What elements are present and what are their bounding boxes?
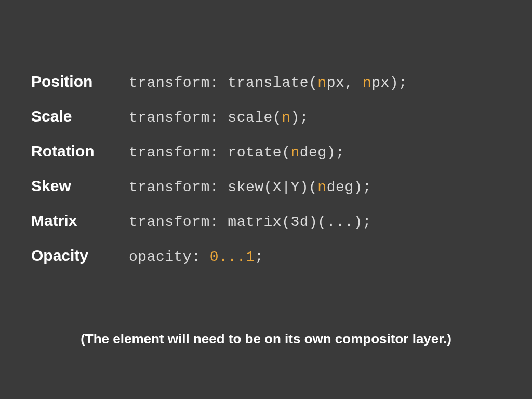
property-code: transform: skew(X|Y)(ndeg);	[129, 179, 371, 195]
property-row: Scale transform: scale(n);	[31, 108, 501, 126]
property-label: Scale	[31, 108, 129, 125]
property-row: Skew transform: skew(X|Y)(ndeg);	[31, 177, 501, 195]
property-list: Position transform: translate(npx, npx);…	[31, 73, 501, 265]
property-label: Position	[31, 73, 129, 90]
property-row: Matrix transform: matrix(3d)(...);	[31, 212, 501, 230]
property-code: transform: scale(n);	[129, 110, 309, 126]
property-row: Opacity opacity: 0...1;	[31, 247, 501, 265]
property-label: Rotation	[31, 142, 129, 160]
property-code: transform: rotate(ndeg);	[129, 144, 344, 161]
property-row: Position transform: translate(npx, npx);	[31, 73, 501, 91]
property-label: Opacity	[31, 247, 129, 264]
property-code: opacity: 0...1;	[129, 249, 264, 265]
property-code: transform: matrix(3d)(...);	[129, 214, 371, 230]
property-label: Skew	[31, 177, 129, 195]
property-row: Rotation transform: rotate(ndeg);	[31, 142, 501, 161]
property-label: Matrix	[31, 212, 129, 230]
slide-footnote: (The element will need to be on its own …	[0, 331, 532, 347]
slide-content: Position transform: translate(npx, npx);…	[0, 0, 532, 399]
property-code: transform: translate(npx, npx);	[129, 75, 407, 91]
